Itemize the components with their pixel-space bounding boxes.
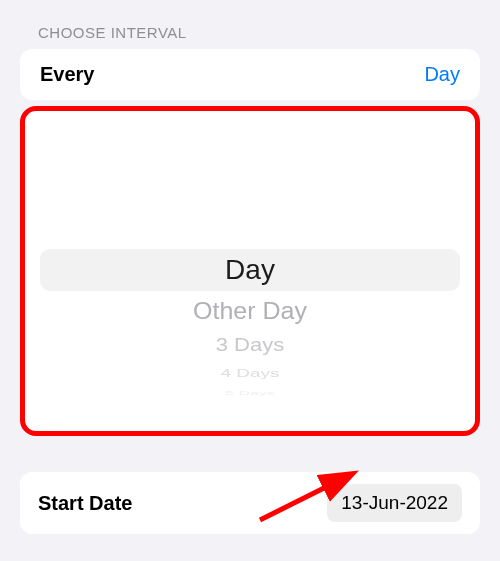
interval-picker[interactable]: Day Other Day 3 Days 4 Days 5 Days (25, 111, 475, 431)
interval-row[interactable]: Every Day (20, 49, 480, 100)
start-date-label: Start Date (38, 492, 132, 515)
start-date-card: Start Date 13-Jun-2022 (20, 472, 480, 534)
picker-items: Day Other Day 3 Days 4 Days 5 Days (25, 249, 475, 401)
interval-picker-annotation-outline: Day Other Day 3 Days 4 Days 5 Days (20, 106, 480, 436)
start-date-value-pill[interactable]: 13-Jun-2022 (327, 484, 462, 522)
start-date-row[interactable]: Start Date 13-Jun-2022 (20, 472, 480, 534)
picker-item[interactable]: 4 Days (25, 366, 475, 379)
picker-item[interactable]: 5 Days (25, 391, 475, 396)
interval-row-value: Day (424, 63, 460, 86)
section-header-choose-interval: CHOOSE INTERVAL (0, 0, 500, 49)
picker-item[interactable]: Other Day (25, 292, 475, 328)
picker-item[interactable]: 3 Days (25, 332, 475, 358)
picker-item-selected[interactable]: Day (25, 249, 475, 291)
interval-card: Every Day (20, 49, 480, 100)
interval-row-label: Every (40, 63, 95, 86)
